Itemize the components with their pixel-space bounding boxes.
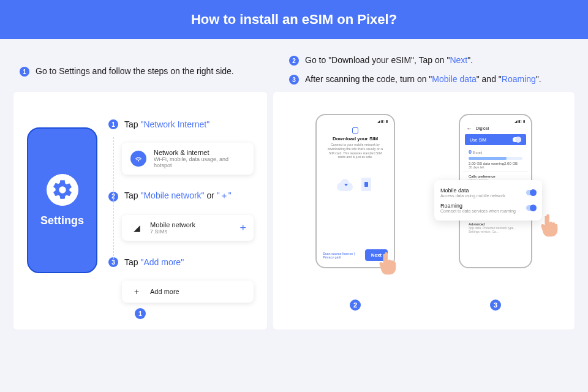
instruction-left-text: Go to Settings and follow the steps on t… bbox=[36, 66, 234, 76]
carrier-header: ← Digicel bbox=[462, 124, 529, 133]
panel-phone-screens: ◢ ◧ ▮ Download your SIM Connect to your … bbox=[273, 92, 575, 330]
badge-2: 2 bbox=[289, 56, 299, 66]
panel-settings-steps: Settings 1 Tap "Network Internet" Networ… bbox=[13, 92, 267, 330]
sim-icon bbox=[352, 127, 358, 134]
header-bar: How to install an eSIM on Pixel? bbox=[0, 0, 588, 39]
download-sim-title: Download your SIM bbox=[319, 136, 391, 141]
instruction-2-text: Go to "Download your eSIM", Tap on "Next… bbox=[305, 55, 473, 65]
status-bar-icon: ◢ ◧ ▮ bbox=[319, 118, 391, 124]
sim-chip-icon bbox=[361, 178, 371, 191]
row-advanced[interactable]: Advanced App data, Preferred network typ… bbox=[462, 219, 529, 236]
toggle-on-icon[interactable] bbox=[526, 190, 536, 195]
wifi-icon bbox=[130, 151, 146, 167]
plus-icon[interactable]: + bbox=[239, 222, 246, 235]
steps-column: 1 Tap "Network Internet" Network & inter… bbox=[108, 119, 254, 323]
download-sim-desc: Connect to your mobile network by downlo… bbox=[319, 143, 391, 159]
card-mobile-sub: 7 SIMs bbox=[150, 228, 195, 235]
card-mobile-title: Mobile network bbox=[150, 221, 195, 228]
screen-2-number: 2 bbox=[350, 300, 361, 311]
card-network-internet[interactable]: Network & internet Wi-Fi, mobile, data u… bbox=[122, 143, 254, 175]
card-network-sub: Wi-Fi, mobile, data usage, and hotspot bbox=[154, 156, 245, 168]
step-1-badge: 1 bbox=[108, 119, 118, 129]
settings-phone: Settings bbox=[27, 127, 97, 323]
plus-icon: + bbox=[130, 287, 143, 296]
instruction-right: 2 Go to "Download your eSIM", Tap on "Ne… bbox=[289, 55, 568, 85]
badge-3: 3 bbox=[289, 75, 299, 85]
step-2-head: 2 Tap "Mobile network" or "＋" bbox=[108, 190, 254, 202]
license-link[interactable]: Scan source license | Privacy path bbox=[323, 252, 365, 259]
page-title: How to install an eSIM on Pixel? bbox=[191, 12, 397, 28]
toggle-on-icon[interactable] bbox=[526, 205, 536, 211]
status-bar-icon: ◢ ◧ ▮ bbox=[462, 118, 529, 124]
top-instructions: 1 Go to Settings and follow the steps on… bbox=[0, 39, 588, 92]
phone-download-sim: ◢ ◧ ▮ Download your SIM Connect to your … bbox=[315, 114, 395, 268]
step-1-head: 1 Tap "Network Internet" bbox=[108, 119, 254, 129]
toggle-popup: Mobile dataAccess data using mobile netw… bbox=[434, 180, 542, 221]
screen-3-number: 3 bbox=[490, 300, 501, 311]
use-sim-toggle[interactable]: Use SIM bbox=[465, 134, 526, 145]
popup-roaming[interactable]: RoamingConnect to data services when roa… bbox=[440, 200, 536, 216]
card-network-title: Network & internet bbox=[154, 149, 245, 156]
panels-row: Settings 1 Tap "Network Internet" Networ… bbox=[0, 92, 588, 330]
card-add-more[interactable]: + Add more bbox=[122, 281, 254, 303]
usage-section: 0 B used 2.00 GB data warning2.00 GB 30 … bbox=[462, 146, 529, 172]
usage-bar bbox=[469, 157, 522, 160]
screen-3-wrapper: ◢ ◧ ▮ ← Digicel Use SIM 0 B used 2.00 GB… bbox=[459, 114, 532, 311]
popup-mobile-data[interactable]: Mobile dataAccess data using mobile netw… bbox=[440, 185, 536, 200]
card-mobile-network[interactable]: ◢ Mobile network 7 SIMs + bbox=[122, 215, 254, 241]
instruction-left: 1 Go to Settings and follow the steps on… bbox=[20, 55, 265, 85]
instruction-3-text: After scanning the code, turn on "Mobile… bbox=[305, 74, 541, 84]
download-illustration bbox=[331, 174, 380, 205]
settings-phone-frame: Settings bbox=[27, 127, 97, 273]
toggle-on-icon bbox=[513, 137, 521, 142]
panel-1-footer: 1 bbox=[135, 307, 146, 319]
screen-2-wrapper: ◢ ◧ ▮ Download your SIM Connect to your … bbox=[315, 114, 395, 311]
step-connector-line bbox=[113, 137, 114, 262]
pointer-hand-icon bbox=[377, 251, 399, 276]
settings-label: Settings bbox=[40, 214, 84, 227]
badge-1: 1 bbox=[20, 67, 29, 77]
back-arrow-icon[interactable]: ← bbox=[466, 125, 472, 132]
gear-icon bbox=[47, 174, 78, 206]
signal-icon: ◢ bbox=[130, 223, 143, 233]
card-addmore-title: Add more bbox=[150, 288, 179, 295]
cloud-icon bbox=[337, 183, 353, 191]
step-3-head: 3 Tap "Add more" bbox=[108, 257, 254, 267]
